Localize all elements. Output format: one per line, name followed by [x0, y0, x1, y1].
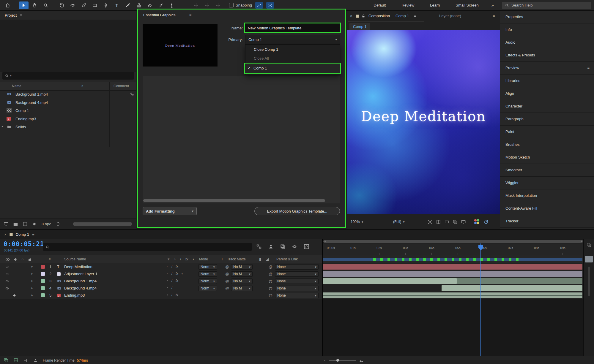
quality-switch-icon[interactable]: /: [171, 286, 172, 289]
sidebar-item-content-aware-fill[interactable]: Content-Aware Fill: [500, 202, 594, 215]
collapse-switch-icon[interactable]: ▫: [167, 279, 168, 282]
shy-layers-icon[interactable]: [268, 244, 274, 249]
pickwhip-icon[interactable]: @: [269, 293, 272, 297]
sidebar-item-motion-sketch[interactable]: Motion Sketch: [500, 151, 594, 164]
project-item-comp1[interactable]: Comp 1: [0, 107, 136, 115]
track-bar-row-1[interactable]: [323, 263, 584, 271]
new-folder-icon[interactable]: [13, 221, 18, 227]
pickwhip-icon[interactable]: @: [225, 279, 229, 283]
template-name-input[interactable]: [245, 23, 340, 32]
pan-behind-tool-icon[interactable]: [79, 1, 89, 9]
playhead-line[interactable]: [480, 243, 481, 356]
workspace-tab-learn[interactable]: Learn: [430, 3, 440, 7]
eraser-tool-icon[interactable]: [145, 1, 155, 9]
bit-depth-label[interactable]: 8 bpc: [42, 222, 51, 226]
time-ruler[interactable]: 0:00s 01s 02s 03s 04s 05s 06s 07s 08s 09…: [323, 243, 584, 255]
interpret-footage-icon[interactable]: [4, 221, 9, 227]
panel-menu-icon[interactable]: ≡: [587, 62, 590, 74]
blend-mode-dropdown[interactable]: Norm ▾: [198, 271, 217, 277]
eye-icon[interactable]: [5, 279, 10, 283]
workspace-tab-small-screen[interactable]: Small Screen: [456, 3, 478, 7]
column-parent-link[interactable]: Parent & Link: [276, 257, 298, 261]
new-composition-icon[interactable]: [23, 221, 28, 227]
track-bar-row-3[interactable]: [323, 278, 584, 285]
close-icon[interactable]: ×: [350, 14, 352, 18]
sidebar-item-properties[interactable]: Properties: [500, 11, 594, 23]
horizontal-scrollbar[interactable]: [143, 199, 325, 202]
blend-mode-dropdown[interactable]: Norm ▾: [198, 278, 217, 284]
blend-mode-dropdown[interactable]: Norm ▾: [198, 286, 217, 291]
vertical-scrollbar-top[interactable]: [585, 256, 593, 262]
switches-modes-icon[interactable]: [23, 358, 28, 363]
cache-icon[interactable]: [13, 358, 18, 363]
parent-dropdown[interactable]: None ▾: [275, 293, 319, 298]
home-icon[interactable]: [3, 1, 12, 9]
track-bar-row-5[interactable]: [323, 292, 584, 299]
magnification-dropdown[interactable]: 100% ▾: [351, 219, 363, 225]
adjustment-switch-icon[interactable]: ◐: [182, 272, 184, 275]
resolution-dropdown[interactable]: (Full) ▾: [393, 219, 405, 225]
rotate-tool-icon[interactable]: [57, 1, 67, 9]
horizontal-scrollbar[interactable]: [73, 222, 132, 226]
graph-editor-icon[interactable]: [304, 244, 309, 249]
search-dropdown-icon[interactable]: ▾: [10, 74, 12, 77]
camera-orbit-tool-icon[interactable]: [68, 1, 78, 9]
lock-column-icon[interactable]: [27, 257, 32, 262]
quality-switch-icon[interactable]: /: [171, 272, 172, 275]
layer-row-2[interactable]: ▸ 2 Adjustment Layer 1 ▫ / fx ◐ Norm ▾ @…: [0, 270, 322, 278]
sidebar-item-mask-interpolation[interactable]: Mask Interpolation: [500, 189, 594, 202]
quality-switch-icon[interactable]: /: [171, 265, 172, 268]
region-of-interest-icon[interactable]: [443, 219, 450, 225]
sidebar-item-preview[interactable]: Preview ≡: [500, 62, 594, 75]
pickwhip-icon[interactable]: @: [269, 272, 272, 276]
pickwhip-icon[interactable]: @: [269, 279, 272, 283]
selection-tool-icon[interactable]: [19, 1, 29, 9]
layer-name[interactable]: Background 1.mp4: [64, 279, 97, 283]
composition-tab-comp-name[interactable]: Comp 1: [396, 14, 409, 18]
parent-dropdown[interactable]: None ▾: [275, 264, 319, 270]
lock-icon[interactable]: [361, 14, 365, 18]
fx-switch-icon[interactable]: fx: [176, 265, 178, 268]
track-matte-dropdown[interactable]: No M ▾: [231, 264, 253, 270]
speaker-icon[interactable]: [12, 293, 17, 297]
comp-marker-icon[interactable]: [586, 242, 592, 248]
eye-icon[interactable]: [5, 265, 10, 269]
sidebar-item-wiggler[interactable]: Wiggler: [500, 177, 594, 189]
search-help-field[interactable]: Search Help: [502, 2, 591, 9]
layer-duration-bar[interactable]: [442, 285, 582, 291]
layer-name[interactable]: Ending.mp3: [64, 293, 85, 297]
switch-shy-icon[interactable]: ✳: [167, 257, 170, 261]
workspace-overflow-icon[interactable]: »: [491, 3, 494, 8]
project-audio-icon[interactable]: [32, 221, 37, 227]
column-track-matte[interactable]: Track Matte: [227, 257, 246, 261]
parent-dropdown[interactable]: None ▾: [275, 286, 319, 291]
track-matte-dropdown[interactable]: No M ▾: [231, 286, 253, 291]
track-matte-dropdown[interactable]: No M ▾: [231, 271, 253, 277]
snapping-toggle[interactable]: Snapping: [229, 3, 252, 7]
layer-name[interactable]: Background 4.mp4: [64, 286, 97, 290]
zoom-slider[interactable]: [329, 360, 356, 361]
layer-duration-bar-trimmed[interactable]: [457, 278, 582, 284]
sidebar-item-character[interactable]: Character: [500, 100, 594, 113]
quality-switch-icon[interactable]: /: [171, 279, 172, 282]
frame-blending-icon[interactable]: [280, 244, 286, 249]
sidebar-item-audio[interactable]: Audio: [500, 36, 594, 49]
label-color-chip[interactable]: [41, 279, 45, 283]
collapse-switch-icon[interactable]: ▫: [167, 272, 168, 275]
collapse-switch-icon[interactable]: ▫: [167, 265, 168, 268]
render-multi-frame-icon[interactable]: [4, 358, 9, 363]
layer-name[interactable]: Adjustment Layer 1: [64, 272, 97, 276]
pickwhip-icon[interactable]: @: [225, 265, 229, 269]
layer-tab[interactable]: Layer (none): [439, 14, 461, 18]
current-timecode[interactable]: 0:00:05:21: [4, 240, 44, 248]
channel-color-icon[interactable]: [474, 219, 480, 224]
column-source-name[interactable]: Source Name: [64, 257, 86, 261]
zoom-out-mountain-icon[interactable]: [323, 359, 326, 362]
project-search-field[interactable]: ▾: [2, 72, 134, 80]
workspace-tab-review[interactable]: Review: [401, 3, 414, 7]
pickwhip-icon[interactable]: @: [225, 272, 229, 276]
snapshot-icon[interactable]: [460, 219, 467, 225]
workspace-tab-default[interactable]: Default: [374, 3, 386, 7]
eye-icon[interactable]: [5, 272, 10, 276]
sidebar-item-tracker[interactable]: Tracker: [500, 215, 594, 228]
